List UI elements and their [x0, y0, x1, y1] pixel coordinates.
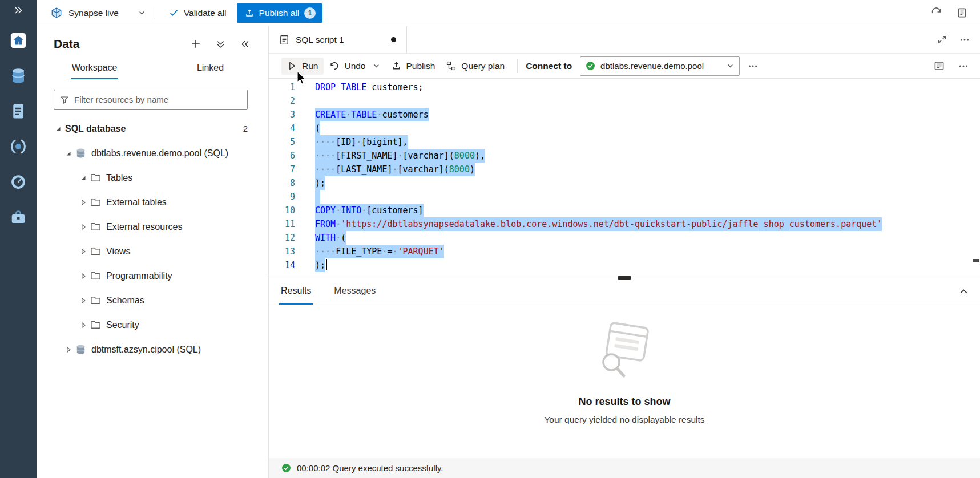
code-line-6[interactable]: ····[FIRST_NAME]·[varchar](8000),: [315, 149, 980, 163]
status-bar: 00:00:02 Query executed successfully.: [269, 458, 980, 478]
tree-item-tables[interactable]: Tables: [37, 165, 268, 190]
connected-status-icon: [586, 61, 595, 71]
line-number: 2: [269, 94, 296, 108]
collapse-twisty-icon[interactable]: [62, 150, 75, 157]
empty-state-title: No results to show: [578, 396, 670, 408]
expand-twisty-icon[interactable]: [76, 322, 90, 329]
add-resource-button[interactable]: [187, 35, 204, 52]
expand-twisty-icon[interactable]: [76, 224, 90, 230]
expand-twisty-icon[interactable]: [76, 297, 90, 304]
filter-resources-input[interactable]: [74, 95, 241, 104]
code-line-2[interactable]: [315, 94, 980, 108]
code-line-14[interactable]: );: [315, 258, 980, 272]
code-content[interactable]: DROP TABLE customers;CREATE·TABLE·custom…: [296, 80, 980, 278]
tree-item-sql-database[interactable]: SQL database2: [37, 116, 268, 141]
expand-nav-button[interactable]: [0, 2, 37, 19]
editor-tab-bar: SQL script 1: [269, 26, 980, 54]
filter-funnel-icon: [60, 95, 69, 104]
folder-icon: [90, 197, 106, 208]
nav-develop-button[interactable]: [0, 94, 37, 129]
expand-twisty-icon[interactable]: [76, 273, 90, 279]
code-line-4[interactable]: (: [315, 121, 980, 135]
folder-icon: [90, 295, 106, 306]
pool-name: dbtlabs.revenue.demo.pool: [600, 61, 721, 71]
code-line-12[interactable]: WITH·(: [315, 231, 980, 245]
double-chevron-down-icon: [216, 39, 225, 49]
nav-monitor-button[interactable]: [0, 164, 37, 200]
integrate-icon: [10, 138, 27, 155]
text-cursor: [326, 259, 327, 270]
nav-manage-button[interactable]: [0, 200, 37, 235]
tree-item-external-tables[interactable]: External tables: [37, 190, 268, 214]
code-line-11[interactable]: FROM·'https://dbtlabsynapsedatalake.blob…: [315, 217, 980, 231]
pool-selector-dropdown[interactable]: dbtlabs.revenue.demo.pool: [580, 56, 740, 76]
tree-item-programmability[interactable]: Programmability: [37, 264, 268, 288]
data-icon: [10, 67, 27, 84]
mode-selector[interactable]: Synapse live: [49, 5, 147, 22]
tree-item-dbtmsft-azsyn-cipool-sql[interactable]: dbtmsft.azsyn.cipool (SQL): [37, 337, 268, 362]
panel-resize-handle[interactable]: [618, 276, 631, 280]
tree-item-views[interactable]: Views: [37, 239, 268, 264]
undo-dropdown-button[interactable]: [369, 59, 384, 73]
code-line-7[interactable]: ····[LAST_NAME]·[varchar](8000): [315, 163, 980, 176]
editor-scrollbar[interactable]: [972, 79, 980, 278]
synapse-studio-window: Synapse live Validate all Publish all 1: [0, 0, 980, 478]
collapse-twisty-icon[interactable]: [51, 125, 65, 132]
database-icon: [75, 148, 91, 159]
publish-icon: [245, 9, 254, 18]
line-number: 7: [269, 163, 296, 176]
tree-item-external-resources[interactable]: External resources: [37, 214, 268, 239]
query-plan-button[interactable]: Query plan: [441, 58, 510, 75]
toolbar-more-button[interactable]: [744, 58, 761, 75]
code-editor[interactable]: 1234567891011121314 DROP TABLE customers…: [269, 79, 980, 278]
publish-button[interactable]: Publish: [386, 58, 441, 75]
refresh-icon: [931, 7, 942, 18]
folder-icon: [90, 270, 106, 281]
notifications-list-button[interactable]: [953, 4, 971, 22]
nav-home-button[interactable]: [0, 23, 37, 58]
collapse-twisty-icon[interactable]: [76, 175, 90, 181]
code-line-1[interactable]: DROP TABLE customers;: [315, 80, 980, 94]
nav-integrate-button[interactable]: [0, 129, 37, 164]
code-line-9[interactable]: [315, 190, 980, 204]
expand-twisty-icon[interactable]: [76, 248, 90, 255]
tab-sql-script-1[interactable]: SQL script 1: [269, 26, 407, 53]
no-results-illustration: [587, 322, 662, 383]
code-line-8[interactable]: );: [315, 176, 980, 190]
line-number: 1: [269, 80, 296, 94]
folder-icon: [90, 246, 106, 257]
tab-workspace[interactable]: Workspace: [37, 59, 152, 79]
tree-item-schemas[interactable]: Schemas: [37, 288, 268, 313]
expand-twisty-icon[interactable]: [76, 199, 90, 206]
refresh-button[interactable]: [927, 4, 945, 22]
code-line-3[interactable]: CREATE·TABLE·customers: [315, 108, 980, 121]
validate-all-button[interactable]: Validate all: [163, 4, 232, 22]
double-chevron-right-icon: [13, 6, 23, 17]
publish-all-button[interactable]: Publish all 1: [237, 3, 323, 23]
toolbar-overflow-button[interactable]: [955, 58, 972, 75]
line-number: 14: [269, 258, 296, 272]
nav-data-button[interactable]: [0, 58, 37, 94]
undo-button[interactable]: Undo: [324, 58, 371, 75]
tree-item-label: Schemas: [106, 295, 144, 306]
tree-item-dbtlabs-revenue-demo-pool-sql[interactable]: dbtlabs.revenue.demo.pool (SQL): [37, 141, 268, 165]
collapse-results-button[interactable]: [955, 283, 972, 300]
tab-results[interactable]: Results: [279, 278, 313, 305]
code-line-13[interactable]: ····FILE_TYPE·=·'PARQUET': [315, 245, 980, 258]
expand-twisty-icon[interactable]: [62, 346, 75, 353]
home-icon: [10, 32, 27, 49]
tab-messages[interactable]: Messages: [332, 278, 377, 305]
clipboard-list-icon: [957, 7, 967, 18]
collapse-panel-button[interactable]: [237, 36, 253, 52]
properties-button[interactable]: [930, 57, 948, 75]
divider: [517, 59, 518, 73]
code-line-5[interactable]: ····[ID]·[bigint],: [315, 135, 980, 149]
run-button[interactable]: Run: [281, 58, 324, 75]
tab-more-button[interactable]: [956, 31, 973, 48]
code-line-10[interactable]: COPY·INTO·[customers]: [315, 204, 980, 217]
resource-tree: SQL database2dbtlabs.revenue.demo.pool (…: [37, 110, 268, 362]
tree-item-security[interactable]: Security: [37, 313, 268, 337]
actions-menu-button[interactable]: [212, 36, 229, 52]
tab-linked[interactable]: Linked: [152, 59, 268, 79]
expand-editor-button[interactable]: [934, 31, 950, 48]
